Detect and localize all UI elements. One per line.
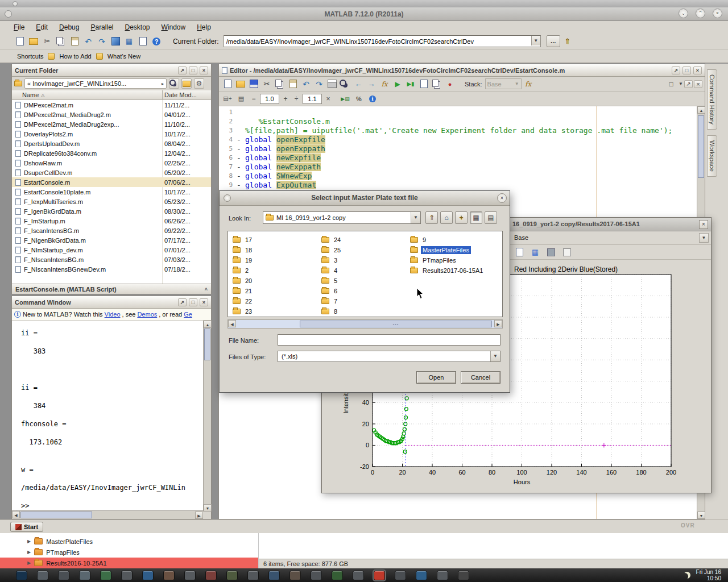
guide-icon[interactable] [123, 35, 135, 48]
app-icon[interactable] [437, 571, 448, 580]
menu-item[interactable]: Help [191, 22, 217, 32]
dialog-close-button[interactable]: × [497, 193, 507, 203]
tab-command-history[interactable]: Command History [707, 69, 717, 130]
cell-info-icon[interactable] [366, 93, 379, 105]
menu-item[interactable]: Edit [30, 22, 53, 32]
run-advance-icon[interactable] [404, 78, 417, 90]
open-folder-icon[interactable] [27, 35, 40, 48]
folder-item[interactable]: 17 [233, 235, 321, 245]
folder-item[interactable]: 2 [233, 265, 321, 276]
menu-item[interactable]: Desktop [119, 22, 155, 32]
notebook-icon[interactable] [136, 35, 149, 48]
shortcut-whats-new[interactable]: What's New [107, 53, 140, 60]
app-icon[interactable] [184, 571, 196, 580]
close-panel-icon[interactable] [694, 80, 702, 88]
window-maximize-button[interactable]: ⌃ [696, 9, 705, 18]
shortcut-how-to-add[interactable]: How to Add [59, 53, 91, 60]
expand-icon[interactable]: ▶ [27, 539, 31, 544]
window-minimize-button[interactable]: ⌄ [679, 9, 688, 18]
cut-icon[interactable] [41, 35, 53, 48]
find-icon[interactable] [339, 78, 351, 90]
file-row[interactable]: DMPexcel2mat_MediaDrug2exp... 11/10/2... [12, 119, 211, 129]
scroll-right-icon[interactable]: ▶ [494, 320, 502, 327]
app-icon[interactable] [268, 571, 280, 580]
look-in-combo[interactable]: MI 16_0919_yor1-2 copy ▼ [263, 211, 421, 224]
detail-view-icon[interactable] [485, 211, 497, 224]
scroll-down-icon[interactable]: ▼ [697, 512, 705, 519]
cell-options-icon[interactable] [235, 93, 247, 105]
insert-cell-icon[interactable] [221, 93, 234, 105]
folder-item[interactable]: 18 [233, 245, 321, 255]
date-column-header[interactable]: Date Mod... [164, 92, 197, 98]
scroll-up-icon[interactable]: ▲ [697, 106, 705, 114]
folder-item[interactable]: 6 [321, 286, 410, 296]
folder-item[interactable]: PTmapFiles [410, 255, 498, 265]
app-icon[interactable] [332, 571, 343, 580]
app-icon[interactable] [311, 571, 322, 580]
close-icon[interactable]: × [200, 66, 208, 74]
folder-item[interactable]: 9 [410, 235, 498, 245]
search-icon[interactable] [169, 78, 179, 89]
collapse-icon[interactable]: ˄ [205, 286, 208, 292]
app-icon[interactable] [247, 571, 259, 580]
insert-function-icon[interactable] [378, 78, 391, 90]
open-folder-icon[interactable] [234, 78, 247, 90]
figure-close-button[interactable]: × [699, 220, 708, 229]
file-row[interactable]: F_NIgenBkGrdData.m 07/17/2... [12, 235, 211, 245]
redo-icon[interactable] [96, 35, 108, 48]
copy-icon[interactable] [274, 78, 286, 90]
folder-item[interactable]: 4 [321, 265, 410, 276]
app-icon[interactable] [458, 571, 469, 580]
chevron-down-icon[interactable]: ▼ [531, 36, 540, 45]
folder-item[interactable]: 24 [321, 235, 410, 245]
decrease-button[interactable]: − [249, 94, 258, 104]
night-mode-icon[interactable] [684, 572, 690, 579]
file-row[interactable]: F_ImStartup.m 06/26/2... [12, 216, 211, 226]
vertical-scrollbar[interactable]: ▲ ▼ [203, 321, 211, 512]
menu-item[interactable]: Debug [53, 22, 85, 32]
file-list-header[interactable]: Name △ Date Mod... [12, 90, 211, 100]
dock-panel-icon[interactable] [684, 80, 693, 88]
app-icon[interactable] [142, 571, 154, 580]
expand-icon[interactable]: ▶ [27, 560, 31, 566]
app-icon[interactable] [121, 571, 133, 580]
cell-value-a[interactable]: 1.0 [260, 94, 279, 104]
redo-icon[interactable] [313, 78, 325, 90]
file-row[interactable]: DshowRaw.m 02/25/2... [12, 158, 211, 168]
scroll-down-icon[interactable]: ▼ [204, 504, 212, 512]
tree-row[interactable]: ▶ Results2016-10-25A1 [0, 558, 258, 568]
print-icon[interactable] [326, 78, 338, 90]
file-row[interactable]: EstartConsole10plate.m 10/17/2... [12, 187, 211, 197]
file-name-input[interactable] [278, 334, 500, 346]
horizontal-scrollbar[interactable]: ◀ ▪▪▪ ▶ [228, 319, 503, 329]
browser-icon[interactable] [374, 571, 385, 580]
stack-combo[interactable]: Base ▼ [485, 78, 522, 89]
open-button[interactable]: Open [416, 371, 456, 384]
terminal-icon[interactable] [16, 571, 27, 580]
simulink-icon[interactable] [109, 35, 122, 48]
paste-icon[interactable] [68, 35, 81, 48]
copy-icon[interactable] [55, 35, 67, 48]
undo-icon[interactable] [300, 78, 312, 90]
up-folder-icon[interactable] [561, 35, 574, 48]
file-manager-icon[interactable] [58, 571, 69, 580]
cell-value-b[interactable]: 1.1 [303, 94, 322, 104]
figure-print-icon[interactable] [561, 246, 573, 259]
dialog-titlebar[interactable]: Select input Master Plate text file × [220, 191, 510, 206]
menu-item[interactable]: Parallel [85, 22, 119, 32]
app-icon[interactable] [100, 571, 111, 580]
scroll-up-icon[interactable]: ▲ [204, 321, 212, 328]
undock-icon[interactable]: ↗ [672, 66, 680, 74]
folder-list[interactable]: 17 18 19 2 20 21 22 [228, 231, 503, 317]
scroll-right-icon[interactable]: ▶ [195, 512, 203, 519]
up-one-level-icon[interactable] [425, 211, 438, 224]
grid-view-icon[interactable] [470, 211, 482, 224]
chevron-down-icon[interactable]: ▼ [679, 81, 683, 86]
app-icon[interactable] [205, 571, 217, 580]
scroll-left-icon[interactable]: ◀ [228, 320, 236, 327]
menu-item[interactable]: File [8, 22, 30, 32]
expand-icon[interactable]: ▶ [27, 550, 31, 555]
editor-layout-icon[interactable] [665, 78, 677, 90]
scrollbar-thumb[interactable] [20, 512, 92, 518]
app-icon[interactable] [163, 571, 175, 580]
